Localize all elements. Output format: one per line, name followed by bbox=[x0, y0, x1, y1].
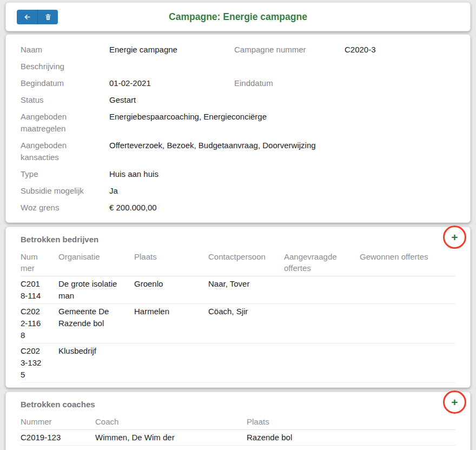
cell-nummer: C2019-123 bbox=[21, 430, 95, 446]
cell-nummer: C2022-1168 bbox=[21, 304, 58, 343]
cell-aangevraagde-offertes bbox=[284, 276, 360, 304]
cell-contactpersoon bbox=[208, 343, 284, 383]
column-header: Aangevraagde offertes bbox=[284, 249, 360, 276]
field-value bbox=[345, 94, 455, 106]
field-label bbox=[234, 168, 345, 180]
detail-row: Naam Energie campagne Campagne nummer C2… bbox=[21, 41, 455, 58]
column-header: Organisatie bbox=[58, 249, 134, 276]
column-header: Contactpersoon bbox=[208, 249, 284, 276]
cell-plaats: Haarlem bbox=[247, 446, 455, 450]
field-label: Subsidie mogelijk bbox=[21, 185, 109, 197]
field-value: Energie campagne bbox=[109, 44, 234, 56]
cell-contactpersoon: Cöach, Sjir bbox=[208, 304, 284, 343]
company-row[interactable]: C2023-1325 Klusbedrijf bbox=[21, 343, 455, 383]
field-value: C2020-3 bbox=[345, 44, 455, 56]
field-label: Woz grens bbox=[21, 202, 109, 214]
field-value: Huis aan huis bbox=[109, 168, 234, 180]
delete-button[interactable] bbox=[37, 10, 58, 24]
cell-organisatie: Gemeente De Razende bol bbox=[58, 304, 134, 343]
coach-row[interactable]: C2020-576 Energie coach, Marco van der H… bbox=[21, 446, 455, 450]
field-label: Aangeboden maatregelen bbox=[21, 111, 109, 135]
column-header: Plaats bbox=[247, 414, 455, 430]
companies-section-title: Betrokken bedrijven bbox=[21, 234, 455, 246]
cell-organisatie: Klusbedrijf bbox=[58, 343, 134, 383]
cell-plaats: Harmelen bbox=[134, 304, 208, 343]
field-label: Type bbox=[21, 168, 109, 180]
column-header: Nummer bbox=[21, 414, 95, 430]
back-button[interactable] bbox=[17, 10, 37, 24]
field-label bbox=[234, 111, 345, 135]
cell-gewonnen-offertes bbox=[360, 343, 455, 383]
detail-row: Aangeboden maatregelen Energiebespaarcoa… bbox=[21, 108, 455, 137]
detail-row: Type Huis aan huis bbox=[21, 166, 455, 182]
field-value bbox=[345, 202, 455, 214]
companies-table: Nummer Organisatie Plaats Contactpersoon… bbox=[21, 249, 455, 383]
cell-gewonnen-offertes bbox=[360, 276, 455, 304]
column-header: Coach bbox=[95, 414, 247, 430]
field-value bbox=[345, 140, 455, 163]
cell-plaats bbox=[134, 343, 208, 383]
cell-nummer: C2018-114 bbox=[21, 276, 58, 304]
cell-plaats: Groenlo bbox=[134, 276, 208, 304]
plus-icon: + bbox=[451, 396, 458, 408]
field-label bbox=[234, 61, 345, 72]
field-label: Begindatum bbox=[21, 77, 109, 89]
field-value bbox=[345, 168, 455, 180]
field-value: Offerteverzoek, Bezoek, Budgetaanvraag, … bbox=[109, 140, 234, 163]
cell-plaats: Razende bol bbox=[247, 430, 455, 446]
company-row[interactable]: C2022-1168 Gemeente De Razende bol Harme… bbox=[21, 304, 455, 343]
field-label bbox=[234, 202, 345, 214]
field-value bbox=[345, 111, 455, 135]
detail-row: Status Gestart bbox=[21, 91, 455, 108]
field-label: Aangeboden kansacties bbox=[21, 140, 109, 163]
plus-icon: + bbox=[451, 231, 458, 243]
companies-panel: Betrokken bedrijven + Nummer Organisatie… bbox=[5, 227, 471, 388]
cell-nummer: C2023-1325 bbox=[21, 343, 58, 383]
detail-row: Aangeboden kansacties Offerteverzoek, Be… bbox=[21, 137, 455, 166]
field-value: € 200.000,00 bbox=[109, 202, 234, 214]
field-label bbox=[234, 185, 345, 197]
trash-icon bbox=[44, 13, 52, 21]
coach-row[interactable]: C2019-123 Wimmen, De Wim der Razende bol bbox=[21, 430, 455, 446]
coaches-section-title: Betrokken coaches bbox=[21, 399, 455, 411]
cell-coach: Energie coach, Marco van der bbox=[95, 446, 247, 450]
field-label bbox=[234, 140, 345, 163]
column-header: Gewonnen offertes bbox=[360, 249, 455, 276]
field-value bbox=[345, 61, 455, 72]
field-value: Ja bbox=[109, 185, 234, 197]
field-label: Campagne nummer bbox=[234, 44, 345, 56]
field-label: Naam bbox=[21, 44, 109, 56]
cell-coach: Wimmen, De Wim der bbox=[95, 430, 247, 446]
field-label: Beschrijving bbox=[21, 61, 109, 72]
campaign-details-panel: Naam Energie campagne Campagne nummer C2… bbox=[5, 34, 471, 223]
toolbar-button-group bbox=[17, 10, 58, 24]
add-coach-button[interactable]: + bbox=[443, 391, 466, 414]
page-title: Campagne: Energie campagne bbox=[6, 3, 470, 31]
detail-row: Woz grens € 200.000,00 bbox=[21, 199, 455, 216]
cell-organisatie: De grote isolatie man bbox=[58, 276, 134, 304]
title-bar: Campagne: Energie campagne bbox=[5, 2, 471, 31]
cell-aangevraagde-offertes bbox=[284, 343, 360, 383]
cell-aangevraagde-offertes bbox=[284, 304, 360, 343]
field-value bbox=[345, 185, 455, 197]
detail-row: Beschrijving bbox=[21, 58, 455, 75]
detail-row: Subsidie mogelijk Ja bbox=[21, 182, 455, 199]
company-row[interactable]: C2018-114 De grote isolatie man Groenlo … bbox=[21, 276, 455, 304]
coaches-table: Nummer Coach Plaats C2019-123 Wimmen, De… bbox=[21, 414, 455, 450]
arrow-left-icon bbox=[23, 13, 32, 21]
add-company-button[interactable]: + bbox=[443, 226, 466, 249]
field-value: Energiebespaarcoaching, Energieconciërge bbox=[109, 111, 234, 135]
field-value bbox=[345, 77, 455, 89]
coaches-panel: Betrokken coaches + Nummer Coach Plaats … bbox=[5, 392, 471, 450]
detail-row: Begindatum 01-02-2021 Einddatum bbox=[21, 75, 455, 91]
column-header: Nummer bbox=[21, 249, 58, 276]
cell-contactpersoon: Naar, Tover bbox=[208, 276, 284, 304]
cell-nummer: C2020-576 bbox=[21, 446, 95, 450]
table-header-row: Nummer Organisatie Plaats Contactpersoon… bbox=[21, 249, 455, 276]
column-header: Plaats bbox=[134, 249, 208, 276]
field-value: 01-02-2021 bbox=[109, 77, 234, 89]
table-header-row: Nummer Coach Plaats bbox=[21, 414, 455, 430]
field-label: Einddatum bbox=[234, 77, 345, 89]
field-value bbox=[109, 61, 234, 72]
field-label: Status bbox=[21, 94, 109, 106]
